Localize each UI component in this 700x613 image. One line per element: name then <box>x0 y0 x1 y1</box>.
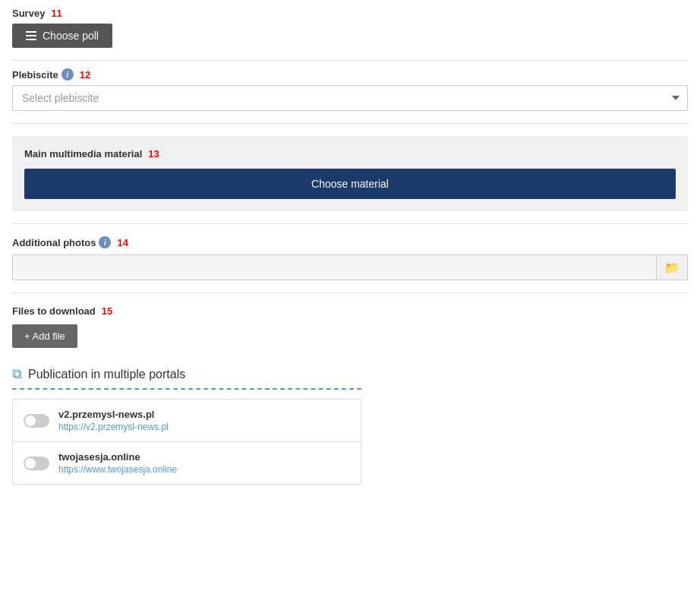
portal-info-1: v2.przemysl-news.pl https://v2.przemysl-… <box>58 409 169 432</box>
portal-name-2: twojasesja.online <box>58 451 177 463</box>
multimedia-section: Main multimedia material 13 Choose mater… <box>12 136 688 211</box>
files-step-number: 15 <box>102 305 112 317</box>
portal-toggle-2[interactable] <box>24 457 49 470</box>
photo-input-row: 📁 <box>12 254 688 280</box>
plebiscite-section: Plebiscite i 12 Select plebiscite <box>12 68 688 111</box>
portal-url-2: https://www.twojasesja.online <box>58 464 177 475</box>
choose-material-button[interactable]: Choose material <box>24 169 676 199</box>
publication-section: ⧉ Publication in multiple portals v2.prz… <box>12 366 688 485</box>
portal-toggle-1[interactable] <box>24 414 49 428</box>
plebiscite-step-number: 12 <box>80 69 90 81</box>
portal-url-1: https://v2.przemysl-news.pl <box>58 422 169 432</box>
additional-photos-info-icon[interactable]: i <box>99 236 111 248</box>
page-wrapper: Survey 11 Choose poll Plebiscite i 12 Se… <box>0 0 700 492</box>
files-section: Files to download 15 + Add file <box>12 305 688 348</box>
files-label-text: Files to download <box>12 305 96 317</box>
survey-step-number: 11 <box>51 8 61 19</box>
photo-input[interactable] <box>12 254 656 280</box>
photo-browse-button[interactable]: 📁 <box>656 254 688 280</box>
add-file-button[interactable]: + Add file <box>12 324 77 348</box>
portal-item: v2.przemysl-news.pl https://v2.przemysl-… <box>12 399 361 442</box>
portal-info-2: twojasesja.online https://www.twojasesja… <box>58 451 177 475</box>
survey-text: Survey <box>12 8 45 19</box>
plebiscite-text: Plebiscite <box>12 69 58 81</box>
folder-icon: 📁 <box>664 261 680 275</box>
files-label: Files to download 15 <box>12 305 688 317</box>
hamburger-icon <box>26 31 36 40</box>
publication-divider <box>12 388 361 390</box>
portal-name-1: v2.przemysl-news.pl <box>58 409 169 420</box>
plebiscite-divider <box>12 123 688 124</box>
additional-photos-label: Additional photos i 14 <box>12 236 688 248</box>
multimedia-step-number: 13 <box>148 148 159 160</box>
choose-poll-label: Choose poll <box>43 30 99 42</box>
additional-photos-step-number: 14 <box>117 237 128 248</box>
publication-header: ⧉ Publication in multiple portals <box>12 366 688 382</box>
additional-photos-text: Additional photos <box>12 237 96 248</box>
survey-label: Survey 11 <box>12 8 688 19</box>
survey-divider <box>12 60 688 61</box>
multimedia-title: Main multimedia material 13 <box>24 148 676 160</box>
photos-divider <box>12 292 688 293</box>
portal-item: twojasesja.online https://www.twojasesja… <box>12 442 361 485</box>
toggle-slider-2 <box>24 457 49 470</box>
multimedia-title-text: Main multimedia material <box>24 148 142 160</box>
multimedia-divider <box>12 223 688 224</box>
plebiscite-info-icon[interactable]: i <box>61 68 74 81</box>
publication-icon: ⧉ <box>12 366 22 382</box>
portal-list: v2.przemysl-news.pl https://v2.przemysl-… <box>12 399 361 485</box>
choose-material-label: Choose material <box>311 178 389 190</box>
add-file-label: + Add file <box>24 330 65 342</box>
choose-poll-button[interactable]: Choose poll <box>12 24 112 48</box>
plebiscite-label: Plebiscite i 12 <box>12 68 688 81</box>
publication-title: Publication in multiple portals <box>28 368 185 381</box>
plebiscite-select[interactable]: Select plebiscite <box>12 85 688 111</box>
toggle-slider-1 <box>24 414 49 428</box>
additional-photos-section: Additional photos i 14 📁 <box>12 236 688 280</box>
